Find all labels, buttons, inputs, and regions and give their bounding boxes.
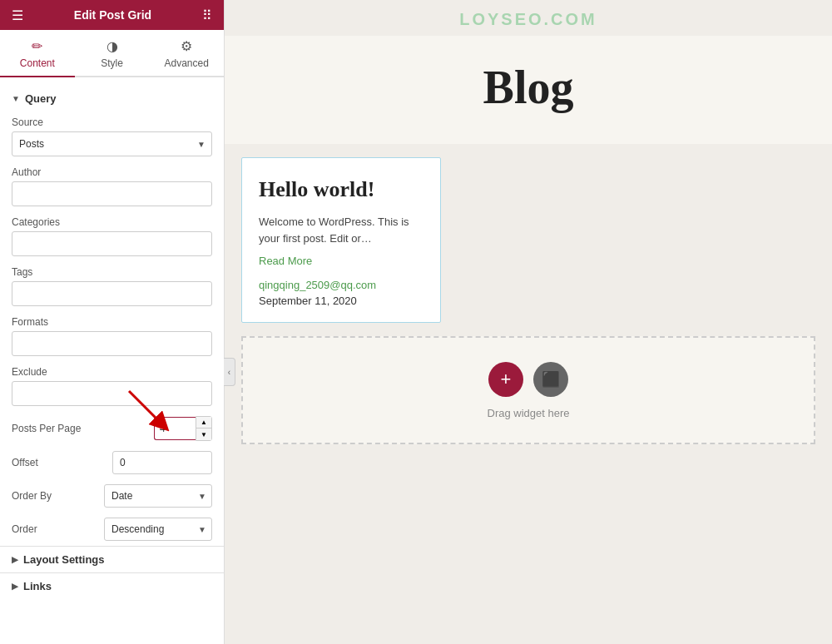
style-tab-icon: ◑ [106, 38, 118, 54]
offset-input[interactable] [112, 451, 212, 474]
advanced-tab-icon: ⚙ [181, 38, 192, 54]
author-field: Author [0, 161, 224, 211]
query-collapse-arrow: ▼ [12, 94, 20, 103]
layout-settings-arrow: ▶ [12, 555, 18, 564]
author-input[interactable] [12, 181, 212, 206]
posts-per-page-up[interactable]: ▲ [196, 417, 211, 429]
source-select-wrapper: Posts ▼ [12, 131, 212, 156]
content-tab-label: Content [20, 57, 55, 69]
source-select[interactable]: Posts [12, 131, 212, 156]
widget-buttons: + ⬛ [488, 362, 568, 397]
tags-input[interactable] [12, 281, 212, 306]
tab-advanced[interactable]: ⚙ Advanced [149, 30, 224, 77]
folder-widget-button[interactable]: ⬛ [533, 362, 568, 397]
tab-bar: ✏ Content ◑ Style ⚙ Advanced [0, 30, 224, 77]
tags-field: Tags [0, 261, 224, 311]
order-by-label: Order By [12, 490, 97, 502]
categories-input[interactable] [12, 231, 212, 256]
links-arrow: ▶ [12, 582, 18, 591]
offset-row: Offset [0, 446, 224, 479]
post-read-more[interactable]: Read More [259, 255, 423, 267]
sidebar: ☰ Edit Post Grid ⠿ ✏ Content ◑ Style ⚙ A… [0, 0, 225, 644]
offset-label: Offset [12, 457, 106, 468]
main-content: LOYSEO.COM Blog Hello world! Welcome to … [225, 0, 832, 644]
source-label: Source [12, 116, 212, 128]
sidebar-title: Edit Post Grid [74, 8, 151, 22]
formats-field: Formats [0, 311, 224, 361]
blog-title: Blog [225, 61, 832, 114]
post-author: qingqing_2509@qq.com [259, 279, 423, 291]
drag-widget-label: Drag widget here [488, 407, 570, 419]
sidebar-content: ▼ Query Source Posts ▼ Author C [0, 77, 224, 644]
links-label: Links [23, 580, 52, 592]
categories-field: Categories [0, 211, 224, 261]
grid-icon[interactable]: ⠿ [202, 7, 212, 23]
exclude-input[interactable] [12, 381, 212, 406]
order-by-row: Order By Date Title Author ▼ [0, 479, 224, 513]
posts-per-page-down[interactable]: ▼ [196, 429, 211, 440]
post-excerpt: Welcome to WordPress. This is your first… [259, 214, 423, 246]
posts-per-page-label: Posts Per Page [12, 423, 147, 434]
collapse-chevron-icon: ‹ [228, 368, 230, 377]
widget-drop-zone: + ⬛ Drag widget here [241, 336, 815, 444]
style-tab-label: Style [101, 57, 123, 69]
tab-content[interactable]: ✏ Content [0, 30, 75, 77]
tab-style[interactable]: ◑ Style [75, 30, 150, 77]
order-by-select[interactable]: Date Title Author [104, 484, 212, 508]
categories-label: Categories [12, 216, 212, 228]
sidebar-header: ☰ Edit Post Grid ⠿ [0, 0, 224, 30]
sidebar-collapse-button[interactable]: ‹ [224, 358, 235, 386]
order-label: Order [12, 523, 97, 535]
query-section-header[interactable]: ▼ Query [0, 86, 224, 111]
layout-settings-section[interactable]: ▶ Layout Settings [0, 546, 224, 572]
content-tab-icon: ✏ [32, 38, 42, 54]
post-title: Hello world! [259, 176, 423, 202]
posts-per-page-spinners: ▲ ▼ [196, 416, 212, 441]
author-label: Author [12, 166, 212, 178]
blog-grid-area: Hello world! Welcome to WordPress. This … [225, 144, 832, 336]
plus-icon: + [501, 369, 512, 390]
exclude-field: Exclude [0, 361, 224, 411]
add-widget-button[interactable]: + [488, 362, 523, 397]
tags-label: Tags [12, 266, 212, 278]
posts-per-page-input[interactable] [154, 417, 196, 440]
formats-input[interactable] [12, 331, 212, 356]
post-date: September 11, 2020 [259, 295, 423, 307]
folder-icon: ⬛ [542, 370, 560, 389]
formats-label: Formats [12, 316, 212, 328]
order-select-wrapper: Descending Ascending ▼ [104, 518, 212, 541]
order-select[interactable]: Descending Ascending [104, 518, 212, 541]
query-section-label: Query [25, 92, 57, 105]
links-section[interactable]: ▶ Links [0, 572, 224, 599]
order-row: Order Descending Ascending ▼ [0, 513, 224, 546]
advanced-tab-label: Advanced [164, 57, 208, 69]
source-field: Source Posts ▼ [0, 111, 224, 161]
order-by-select-wrapper: Date Title Author ▼ [104, 484, 212, 508]
layout-settings-label: Layout Settings [23, 553, 105, 566]
watermark: LOYSEO.COM [225, 0, 832, 36]
posts-per-page-row: Posts Per Page ▲ ▼ [0, 411, 224, 446]
posts-per-page-input-group: ▲ ▼ [154, 416, 212, 441]
hamburger-icon[interactable]: ☰ [12, 7, 23, 23]
post-card: Hello world! Welcome to WordPress. This … [241, 157, 441, 323]
exclude-label: Exclude [12, 366, 212, 378]
blog-title-area: Blog [225, 36, 832, 144]
